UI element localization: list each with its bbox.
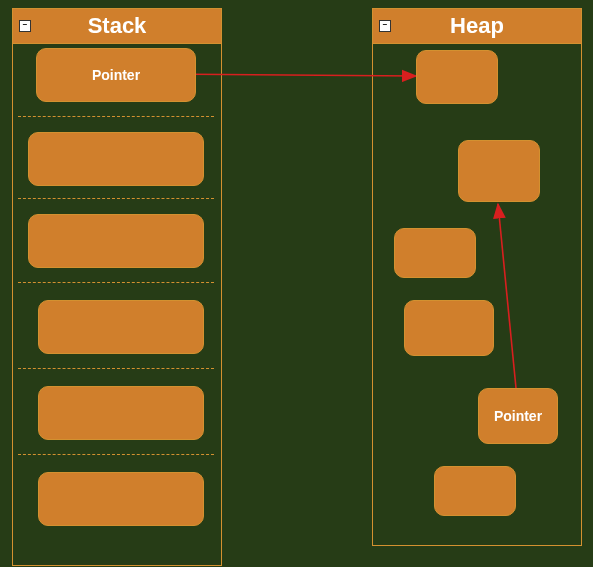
heap-block-3 (404, 300, 494, 356)
heap-block-4-pointer-label: Pointer (494, 408, 542, 424)
stack-header: − Stack (13, 9, 221, 44)
stack-divider-4 (18, 454, 214, 455)
minus-icon[interactable]: − (379, 20, 391, 32)
stack-divider-0 (18, 116, 214, 117)
stack-slot-0-pointer: Pointer (36, 48, 196, 102)
heap-block-5 (434, 466, 516, 516)
heap-block-1 (458, 140, 540, 202)
heap-title: Heap (450, 13, 504, 38)
minus-icon[interactable]: − (19, 20, 31, 32)
stack-divider-3 (18, 368, 214, 369)
stack-slot-5 (38, 472, 204, 526)
stack-divider-2 (18, 282, 214, 283)
heap-header: − Heap (373, 9, 581, 44)
stack-divider-1 (18, 198, 214, 199)
stack-slot-4 (38, 386, 204, 440)
stack-slot-1 (28, 132, 204, 186)
heap-block-4-pointer: Pointer (478, 388, 558, 444)
stack-slot-0-pointer-label: Pointer (92, 67, 140, 83)
heap-block-2 (394, 228, 476, 278)
stack-title: Stack (88, 13, 147, 38)
stack-slot-2 (28, 214, 204, 268)
stack-slot-3 (38, 300, 204, 354)
heap-block-0 (416, 50, 498, 104)
